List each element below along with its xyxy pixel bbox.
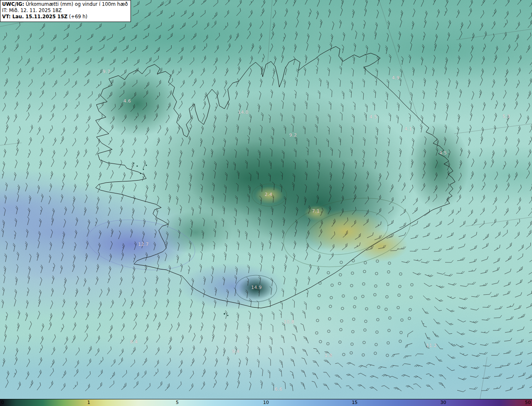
title-box: UWC/IG: Úrkomumætti (mm) og vindur í 100… [0,0,131,22]
colorbar: 01510153050 [0,399,532,406]
product-title: UWC/IG: Úrkomumætti (mm) og vindur í 100… [2,1,128,7]
colorbar-tick-label: 5 [176,400,179,405]
init-time: IT: Mið. 12. 11. 2025 18Z [2,7,128,14]
colorbar-tick-label: 15 [352,400,357,405]
colorbar-ticks: 01510153050 [0,399,532,406]
colorbar-tick-label: 50 [525,400,531,405]
field-texture [0,0,532,399]
colorbar-tick-label: 10 [263,400,269,405]
map-overlay [0,0,532,399]
valid-time: VT: Lau. 15.11.2025 15Z (+69 h) [2,14,128,20]
colorbar-tick-label: 1 [87,400,90,405]
weather-chart-frame: 9.74.614.04.94.54.15.34.59.22.47.112.714… [0,0,532,406]
weather-map: 9.74.614.04.94.54.15.34.59.22.47.112.714… [0,0,532,399]
colorbar-tick-label: 0 [1,400,4,405]
colorbar-tick-label: 30 [441,400,446,405]
